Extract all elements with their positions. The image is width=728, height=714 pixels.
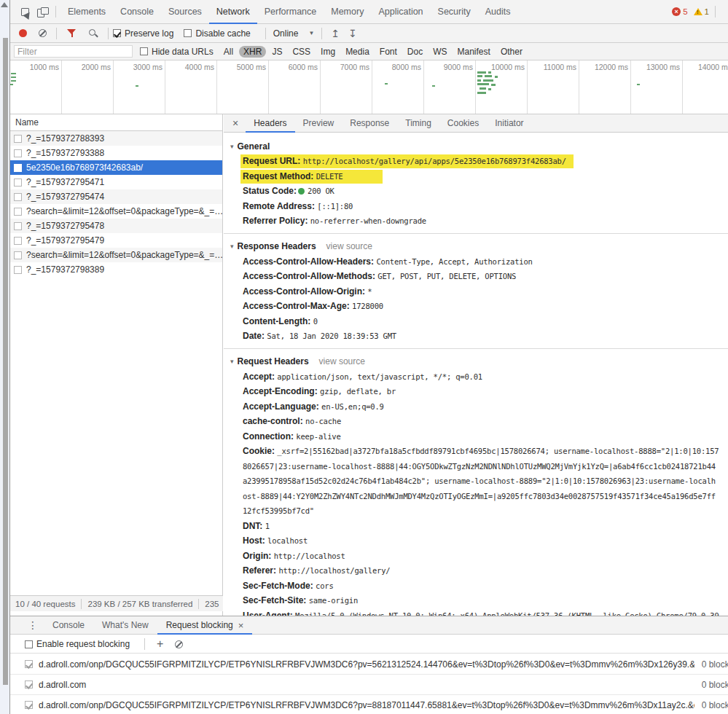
chevron-down-icon: ▼	[308, 30, 314, 36]
scroll-up-arrow-icon[interactable]	[1, 2, 8, 7]
view-source-link[interactable]: view source	[319, 356, 365, 366]
hide-data-urls-label: Hide data URLs	[152, 47, 214, 57]
request-row[interactable]: ?_=1579372795479	[10, 233, 222, 248]
tab-performance[interactable]: Performance	[257, 0, 324, 24]
disable-cache-label: Disable cache	[195, 28, 250, 39]
filter-funnel-icon[interactable]	[67, 29, 77, 38]
filter-type-css[interactable]: CSS	[288, 46, 315, 58]
pattern-checkbox[interactable]	[25, 660, 33, 668]
record-icon[interactable]	[19, 29, 27, 37]
issue-badges[interactable]: × 5 1	[672, 7, 709, 16]
divider	[56, 28, 57, 39]
import-har-icon[interactable]: ↥	[326, 28, 344, 39]
scrollbar-thumb[interactable]	[3, 38, 8, 685]
filter-type-media[interactable]: Media	[341, 46, 374, 58]
tab-headers[interactable]: Headers	[246, 114, 294, 133]
tab-sources[interactable]: Sources	[161, 0, 209, 24]
drawer-tab-console[interactable]: Console	[44, 616, 93, 635]
tab-initiator[interactable]: Initiator	[487, 114, 531, 133]
section-divider	[224, 348, 728, 349]
header-row: Accept-Language: en-US,en;q=0.9	[224, 399, 719, 415]
inspect-element-icon[interactable]	[16, 3, 34, 20]
tab-timing[interactable]: Timing	[397, 114, 439, 133]
tab-elements[interactable]: Elements	[60, 0, 113, 24]
filter-type-img[interactable]: Img	[316, 46, 340, 58]
request-row[interactable]: ?_=1579372798389	[10, 262, 222, 277]
filter-type-ws[interactable]: WS	[428, 46, 451, 58]
page-scrollbar[interactable]	[0, 0, 9, 714]
filter-type-xhr[interactable]: XHR	[239, 46, 266, 58]
drawer-menu-icon[interactable]: ⋮	[22, 619, 44, 631]
filter-type-js[interactable]: JS	[267, 46, 286, 58]
search-icon[interactable]	[88, 28, 98, 38]
request-row[interactable]: ?_=1579372795474	[10, 189, 222, 204]
devtools-menu-icon[interactable]: ⋮	[720, 6, 728, 17]
export-har-icon[interactable]: ↧	[344, 28, 361, 39]
header-row: Access-Control-Max-Age: 1728000	[224, 299, 719, 314]
devtools-tabbar: Elements Console Sources Network Perform…	[10, 0, 728, 24]
filter-type-other[interactable]: Other	[496, 46, 527, 58]
close-icon[interactable]: ×	[224, 117, 246, 129]
add-pattern-icon[interactable]: +	[149, 638, 171, 651]
disable-cache-checkbox[interactable]	[184, 29, 192, 37]
filter-type-manifest[interactable]: Manifest	[453, 46, 495, 58]
tab-application[interactable]: Application	[371, 0, 430, 24]
request-count: 10 / 40 requests	[15, 600, 75, 608]
section-response-headers[interactable]: ▾ Response Headers view source	[224, 239, 728, 254]
blocked-pattern-row[interactable]: d.adroll.com/onp/DGCQUC55IFGRPMITZILYCP/…	[10, 654, 728, 675]
blocked-pattern-row[interactable]: d.adroll.com/onp/DGCQUC55IFGRPMITZILYCP/…	[10, 695, 728, 714]
filter-input[interactable]	[14, 45, 133, 58]
network-overview-timeline[interactable]: 1000 ms 2000 ms 3000 ms 4000 ms 5000 ms …	[10, 60, 728, 114]
hide-data-urls-checkbox[interactable]	[140, 47, 148, 55]
close-icon[interactable]: ×	[238, 620, 244, 631]
pattern-checkbox[interactable]	[25, 680, 33, 688]
blocked-count: 0 blocked	[702, 700, 728, 710]
network-more-icon[interactable]: ⋮	[720, 28, 728, 39]
request-row-selected[interactable]: 5e2350e16b768973f42683ab/	[10, 160, 222, 175]
drawer-tab-whats-new[interactable]: What's New	[93, 616, 157, 635]
view-source-link[interactable]: view source	[326, 241, 372, 251]
enable-request-blocking-checkbox[interactable]	[25, 640, 33, 648]
request-row[interactable]: ?_=1579372795478	[10, 219, 222, 233]
pattern-url: d.adroll.com	[39, 680, 694, 690]
tab-audits[interactable]: Audits	[478, 0, 518, 24]
request-list-panel: Name ?_=1579372788393 ?_=1579372793388 5…	[10, 114, 223, 616]
tab-security[interactable]: Security	[431, 0, 478, 24]
section-general[interactable]: ▾ General	[224, 138, 728, 154]
header-row: Remote Address: [::1]:80	[224, 199, 719, 214]
filter-type-doc[interactable]: Doc	[403, 46, 427, 58]
column-header-name[interactable]: Name	[10, 114, 222, 131]
tab-memory[interactable]: Memory	[324, 0, 371, 24]
pattern-checkbox[interactable]	[25, 701, 33, 709]
timeline-tick: 6000 ms	[269, 60, 321, 114]
header-row: User-Agent: Mozilla/5.0 (Windows NT 10.0…	[224, 608, 719, 616]
header-row: Cookie: _xsrf=2|55162bad|a3727bfa18a5cfb…	[224, 444, 719, 519]
header-row: Access-Control-Allow-Headers: Content-Ty…	[224, 254, 719, 270]
request-row[interactable]: ?search=&limit=12&offset=0&packageType=&…	[10, 204, 222, 219]
filter-type-font[interactable]: Font	[375, 46, 402, 58]
drawer-tab-request-blocking[interactable]: Request blocking ×	[157, 616, 253, 635]
timeline-tick: 14000 ms	[683, 60, 728, 114]
request-row[interactable]: ?_=1579372788393	[10, 131, 222, 146]
timeline-activity-mark	[136, 85, 138, 87]
header-row: DNT: 1	[224, 519, 719, 534]
request-row[interactable]: ?_=1579372793388	[10, 146, 222, 160]
timeline-activity-mark	[11, 73, 16, 74]
tab-cookies[interactable]: Cookies	[439, 114, 487, 133]
throttling-select[interactable]: Online ▼	[270, 28, 318, 39]
timeline-activity-mark	[11, 76, 16, 78]
request-row[interactable]: ?search=&limit=12&offset=0&packageType=&…	[10, 248, 222, 262]
tab-console[interactable]: Console	[113, 0, 161, 24]
request-row[interactable]: ?_=1579372795471	[10, 175, 222, 189]
tab-preview[interactable]: Preview	[295, 114, 343, 133]
section-request-headers[interactable]: ▾ Request Headers view source	[224, 354, 728, 369]
preserve-log-checkbox[interactable]	[113, 29, 121, 37]
filter-type-all[interactable]: All	[219, 46, 238, 58]
tab-network[interactable]: Network	[209, 0, 257, 24]
clear-icon[interactable]	[39, 29, 47, 37]
device-toolbar-icon[interactable]	[34, 3, 51, 20]
tab-response[interactable]: Response	[342, 114, 397, 133]
blocked-pattern-row[interactable]: d.adroll.com 0 blocked	[10, 675, 728, 695]
remove-all-patterns-icon[interactable]	[175, 640, 183, 648]
headers-detail-view: ▾ General Request URL: http://localhost/…	[224, 133, 728, 616]
